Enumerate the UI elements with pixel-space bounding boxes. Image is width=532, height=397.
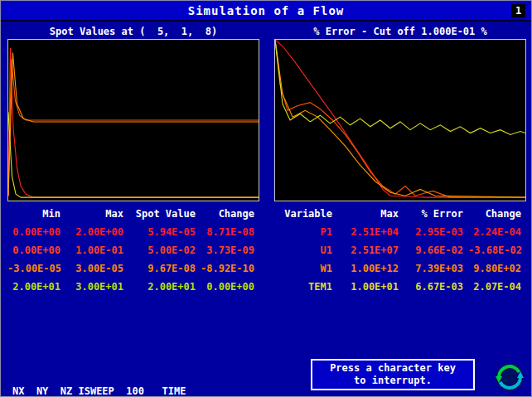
chart-series-W1: [8, 53, 259, 196]
cell-variable: W1: [274, 263, 337, 274]
status-area: NX NY NZ ISWEEP 100 TIME 20 1 15 IZSTEP …: [12, 352, 204, 397]
column-header-percent-error: % Error: [404, 208, 468, 220]
cell-change: 2.24E-04: [468, 226, 526, 238]
spot-values-table-header-row: Min Max Spot Value Change: [7, 205, 259, 223]
column-header-max: Max: [337, 208, 404, 220]
column-header-change: Change: [201, 208, 259, 220]
interrupt-line1: Press a character key: [330, 362, 456, 375]
error-header: % Error - Cut off 1.000E-01 %: [274, 26, 526, 37]
table-row-u1: U1 2.51E+07 9.66E-02 -3.68E-02: [274, 241, 526, 259]
cell-min: 0.00E+00: [7, 226, 65, 238]
cell-max: 3.00E+01: [65, 281, 128, 293]
chart-series-U1: [275, 40, 525, 197]
cell-spot-value: 2.00E+01: [128, 281, 201, 293]
cell-max: 2.00E+00: [65, 226, 128, 238]
cycle-arrows-icon: [495, 362, 525, 392]
cell-percent-error: 2.95E-03: [404, 226, 468, 238]
title-bar: Simulation of a Flow 1: [1, 1, 531, 22]
table-row-tem1: 2.00E+01 3.00E+01 2.00E+01 0.00E+00: [7, 278, 259, 296]
table-row-p1: P1 2.51E+04 2.95E-03 2.24E-04: [274, 223, 526, 241]
cell-change: -8.92E-10: [201, 263, 259, 274]
error-table-header-row: Variable Max % Error Change: [274, 205, 526, 223]
cell-min: -3.00E-05: [7, 263, 65, 274]
cell-min: 0.00E+00: [7, 244, 65, 256]
interrupt-message-box[interactable]: Press a character key to interrupt.: [311, 359, 475, 390]
page-indicator: 1: [511, 4, 525, 17]
cell-max: 1.00E+01: [337, 281, 404, 293]
cell-spot-value: 9.67E-08: [128, 263, 201, 274]
cell-variable: U1: [274, 244, 337, 256]
column-header-change: Change: [468, 208, 526, 220]
table-row-p1: 0.00E+00 2.00E+00 5.94E-05 8.71E-08: [7, 223, 259, 241]
spot-values-chart: [7, 39, 259, 201]
table-row-w1: W1 1.00E+12 7.39E+03 9.80E+02: [274, 259, 526, 278]
chart-series-P1: [275, 40, 525, 197]
cell-change: -3.68E-02: [468, 244, 526, 256]
cell-percent-error: 9.66E-02: [404, 244, 468, 256]
cell-min: 2.00E+01: [7, 281, 65, 293]
cell-change: 0.00E+00: [201, 281, 259, 293]
column-header-spot-value: Spot Value: [128, 208, 201, 220]
cell-max: 1.00E+12: [337, 263, 404, 274]
cell-spot-value: 5.94E-05: [128, 226, 201, 238]
cell-max: 3.00E-05: [65, 263, 128, 274]
error-chart: [274, 39, 526, 201]
chart-series-TEM1: [8, 112, 259, 197]
cell-change: 8.71E-08: [201, 226, 259, 238]
spot-values-header: Spot Values at ( 5, 1, 8): [7, 26, 259, 37]
cell-percent-error: 7.39E+03: [404, 263, 468, 274]
chart-series-W1: [275, 40, 525, 197]
cell-change: 9.80E+02: [468, 263, 526, 274]
table-row-w1: -3.00E-05 3.00E-05 9.67E-08 -8.92E-10: [7, 259, 259, 278]
error-table: Variable Max % Error Change P1 2.51E+04 …: [274, 205, 526, 296]
cell-max: 2.51E+07: [337, 244, 404, 256]
cell-variable: P1: [274, 226, 337, 238]
cell-percent-error: 6.67E-03: [404, 281, 468, 293]
column-header-variable: Variable: [274, 208, 337, 220]
spot-values-plot: [8, 40, 259, 201]
chart-series-P1: [8, 48, 259, 197]
cell-variable: TEM1: [274, 281, 337, 293]
column-header-min: Min: [7, 208, 65, 220]
cell-max: 2.51E+04: [337, 226, 404, 238]
column-header-max: Max: [65, 208, 128, 220]
table-row-tem1: TEM1 1.00E+01 6.67E-03 2.07E-04: [274, 278, 526, 296]
status-labels-line: NX NY NZ ISWEEP 100 TIME: [12, 384, 204, 397]
table-row-u1: 0.00E+00 1.00E-01 5.00E-02 3.73E-09: [7, 241, 259, 259]
error-plot: [275, 40, 525, 201]
simulation-monitor-window: Simulation of a Flow 1 Spot Values at ( …: [0, 0, 532, 397]
cell-change: 3.73E-09: [201, 244, 259, 256]
spot-values-table: Min Max Spot Value Change 0.00E+00 2.00E…: [7, 205, 259, 296]
cell-spot-value: 5.00E-02: [128, 244, 201, 256]
cell-change: 2.07E-04: [468, 281, 526, 293]
cell-max: 1.00E-01: [65, 244, 128, 256]
chart-series-U1: [8, 59, 259, 196]
window-title: Simulation of a Flow: [188, 4, 345, 17]
interrupt-line2: to interrupt.: [354, 375, 432, 387]
